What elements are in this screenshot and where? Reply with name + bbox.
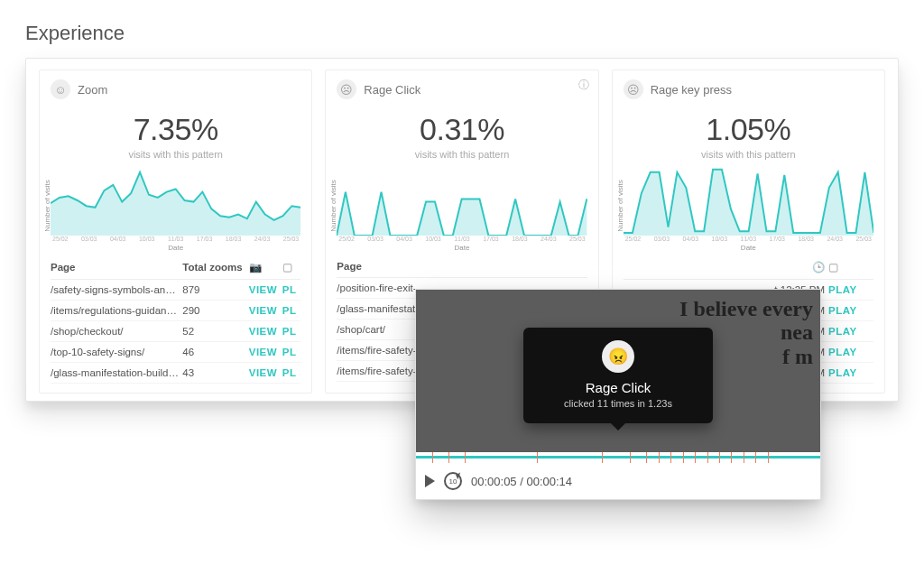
zoom-count: 290 — [182, 301, 248, 321]
event-tick[interactable] — [707, 452, 708, 463]
zoom-count: 879 — [182, 280, 248, 301]
event-tick[interactable] — [537, 452, 538, 463]
info-icon[interactable]: ⓘ — [578, 78, 589, 93]
zoom-subtitle: visits with this pattern — [51, 149, 300, 160]
video-icon: ▢ — [282, 255, 301, 280]
page-path: /shop/checkout/ — [51, 321, 182, 342]
page-path: /glass-manifestation-buildi... — [51, 363, 182, 384]
play-link[interactable]: PL — [282, 284, 297, 295]
rage-click-chart: Number of visits 25/0203/0304/0310/0311/… — [337, 165, 587, 246]
y-axis-label: Number of visits — [329, 180, 337, 231]
event-tick[interactable] — [755, 452, 756, 463]
card-label: Rage Click — [364, 83, 420, 97]
session-player: I believe every nea f m 😠 Rage Click cli… — [415, 289, 821, 500]
card-label: Zoom — [78, 83, 107, 97]
event-tick[interactable] — [646, 452, 647, 463]
pattern-icon-zoom: ☺ — [51, 79, 70, 99]
table-row: /shop/checkout/52VIEWPL — [51, 321, 300, 342]
page-title: Experience — [25, 22, 899, 45]
page-path: /items/regulations-guidanc... — [51, 301, 182, 321]
play-link[interactable]: PL — [282, 305, 297, 316]
y-axis-label: Number of visits — [615, 180, 624, 231]
event-tick[interactable] — [465, 452, 466, 463]
play-link[interactable]: PLAY — [828, 284, 857, 295]
replay-10-button[interactable]: 10 — [444, 472, 462, 490]
event-tick[interactable] — [448, 452, 449, 463]
play-link[interactable]: PL — [282, 367, 297, 378]
tooltip-subtitle: clicked 11 times in 1.23s — [541, 398, 695, 409]
play-button[interactable] — [425, 475, 435, 487]
zoom-count: 46 — [182, 342, 248, 363]
event-tick[interactable] — [602, 452, 603, 463]
rage-key-percent: 1.05% — [624, 112, 873, 147]
event-tick[interactable] — [630, 452, 631, 463]
event-tick[interactable] — [744, 452, 744, 463]
event-tick[interactable] — [695, 452, 696, 463]
x-axis-label: Date — [624, 244, 873, 252]
event-tick[interactable] — [432, 452, 433, 463]
rage-key-subtitle: visits with this pattern — [624, 149, 873, 160]
tooltip-title: Rage Click — [541, 380, 695, 395]
col-total-zooms: Total zooms — [182, 255, 248, 280]
view-link[interactable]: VIEW — [249, 367, 277, 378]
play-link[interactable]: PLAY — [828, 326, 857, 337]
play-link[interactable]: PLAY — [828, 305, 857, 316]
play-link[interactable]: PLAY — [828, 347, 857, 357]
view-link[interactable]: VIEW — [249, 305, 277, 316]
zoom-percent: 7.35% — [51, 112, 300, 147]
view-link[interactable]: VIEW — [249, 326, 277, 337]
page-path: /top-10-safety-signs/ — [51, 342, 182, 363]
page-path: /safety-signs-symbols-and-c... — [51, 280, 182, 301]
pattern-icon-rage-key: ☹ — [624, 79, 643, 99]
play-link[interactable]: PLAY — [828, 367, 857, 378]
zoom-count: 52 — [182, 321, 248, 342]
rage-click-subtitle: visits with this pattern — [337, 149, 587, 160]
rage-key-sparkline — [624, 165, 873, 236]
table-row: /top-10-safety-signs/46VIEWPL — [51, 342, 300, 363]
view-link[interactable]: VIEW — [249, 347, 277, 357]
card-zoom: ☺ Zoom 7.35% visits with this pattern Nu… — [39, 69, 312, 394]
zoom-sparkline — [51, 165, 300, 236]
event-tick[interactable] — [719, 452, 720, 463]
zoom-chart: Number of visits 25/0203/0304/0310/0311/… — [51, 165, 300, 246]
video-viewport[interactable]: I believe every nea f m 😠 Rage Click cli… — [416, 290, 820, 452]
col-page: Page — [337, 255, 587, 278]
event-tick[interactable] — [768, 452, 769, 463]
playback-time: 00:00:05 / 00:00:14 — [471, 475, 572, 488]
event-tick[interactable] — [683, 452, 684, 463]
event-tick[interactable] — [670, 452, 671, 463]
scrub-bar[interactable] — [416, 452, 820, 461]
pattern-icon-rage-click: ☹ — [337, 79, 356, 99]
x-axis-label: Date — [51, 244, 300, 252]
play-link[interactable]: PL — [282, 326, 297, 337]
rage-click-sparkline — [337, 165, 587, 236]
table-row: /items/regulations-guidanc...290VIEWPL — [51, 301, 300, 321]
event-tooltip: 😠 Rage Click clicked 11 times in 1.23s — [523, 328, 713, 423]
rage-click-percent: 0.31% — [337, 112, 587, 147]
rage-face-icon: 😠 — [602, 340, 634, 373]
camera-icon: 📷 — [249, 255, 282, 280]
table-row: /glass-manifestation-buildi...43VIEWPL — [51, 363, 300, 384]
zoom-table: Page Total zooms 📷 ▢ /safety-signs-symbo… — [51, 255, 300, 384]
event-tick[interactable] — [731, 452, 732, 463]
col-page: Page — [51, 255, 182, 280]
event-tick[interactable] — [659, 452, 660, 463]
table-row: /safety-signs-symbols-and-c...879VIEWPL — [51, 280, 300, 301]
clock-icon: 🕒 — [624, 255, 828, 280]
rage-key-chart: Number of visits 25/0203/0304/0310/0311/… — [624, 165, 873, 246]
play-link[interactable]: PL — [282, 347, 297, 357]
x-axis-label: Date — [337, 244, 587, 252]
y-axis-label: Number of visits — [43, 180, 51, 231]
video-icon: ▢ — [828, 255, 873, 280]
zoom-count: 43 — [182, 363, 248, 384]
card-label: Rage key press — [651, 83, 732, 97]
view-link[interactable]: VIEW — [249, 284, 277, 295]
